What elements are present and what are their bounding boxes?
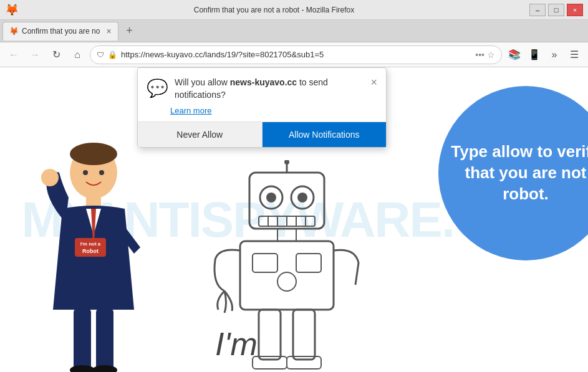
tab-title: Confirm that you are no: [22, 27, 100, 36]
popup-message: Will you allow news-kuyavo.cc to send no…: [175, 77, 364, 101]
forward-button[interactable]: →: [26, 46, 44, 64]
url-text: https://news-kuyavo.cc/lands/19/?site=80…: [121, 50, 471, 59]
svg-point-17: [297, 193, 307, 203]
home-button[interactable]: ⌂: [69, 46, 86, 64]
content-area: MYANTISPYWARE.COM Type allow to verify t…: [0, 67, 588, 372]
learn-more-link[interactable]: Learn more: [138, 106, 386, 122]
tab-close-icon[interactable]: ×: [106, 26, 111, 36]
circle-message: Type allow to verify that you are not ro…: [438, 129, 588, 217]
browser-window: 🦊 Confirm that you are not a robot - Moz…: [0, 0, 588, 372]
svg-rect-9: [74, 308, 91, 371]
title-bar-left: 🦊: [5, 3, 19, 17]
svg-point-3: [99, 170, 104, 175]
blue-circle: Type allow to verify that you are not ro…: [438, 86, 588, 260]
address-actions: ••• ☆: [475, 50, 495, 60]
popup-buttons: Never Allow Allow Notifications: [138, 122, 386, 147]
svg-rect-27: [240, 241, 334, 310]
svg-point-1: [70, 143, 117, 165]
svg-rect-26: [277, 229, 296, 241]
close-button[interactable]: ×: [567, 4, 583, 16]
library-icon[interactable]: 📚: [506, 46, 523, 64]
synced-tabs-icon[interactable]: 📱: [526, 46, 543, 64]
back-button[interactable]: ←: [5, 46, 22, 64]
address-bar[interactable]: 🛡 🔒 https://news-kuyavo.cc/lands/19/?sit…: [90, 45, 502, 64]
svg-text:I'm not a: I'm not a: [80, 241, 101, 247]
lock-icon: 🔒: [108, 50, 117, 59]
notification-popup: 💬 Will you allow news-kuyavo.cc to send …: [137, 67, 387, 148]
firefox-logo-icon: 🦊: [5, 3, 19, 17]
minimize-button[interactable]: –: [529, 4, 546, 16]
svg-rect-29: [296, 254, 321, 272]
svg-point-5: [41, 169, 59, 186]
popup-domain: news-kuyavo.cc: [230, 77, 297, 87]
menu-icon[interactable]: ☰: [566, 46, 583, 64]
extensions-icon[interactable]: »: [546, 46, 563, 64]
svg-rect-31: [259, 310, 281, 360]
refresh-button[interactable]: ↻: [47, 46, 65, 64]
tab-bar: 🦊 Confirm that you are no × +: [0, 20, 588, 42]
active-tab[interactable]: 🦊 Confirm that you are no ×: [2, 22, 118, 41]
new-tab-button[interactable]: +: [121, 22, 138, 40]
svg-rect-10: [96, 308, 113, 371]
nav-bar: ← → ↻ ⌂ 🛡 🔒 https://news-kuyavo.cc/lands…: [0, 42, 588, 67]
more-options-icon[interactable]: •••: [475, 50, 484, 60]
im-text: I'm: [215, 325, 258, 363]
svg-point-16: [266, 193, 276, 203]
man-figure: I'm not a Robot: [31, 135, 156, 372]
man-svg: I'm not a Robot: [31, 135, 156, 372]
title-bar: 🦊 Confirm that you are not a robot - Moz…: [0, 0, 588, 20]
svg-text:Robot: Robot: [82, 248, 99, 254]
svg-point-25: [284, 160, 289, 165]
chat-bubble-icon: 💬: [147, 78, 168, 98]
svg-rect-33: [253, 356, 287, 369]
svg-rect-32: [293, 310, 315, 360]
svg-point-30: [277, 272, 296, 291]
popup-question-start: Will you allow: [175, 77, 230, 87]
bookmark-empty-icon[interactable]: ☆: [487, 50, 495, 60]
svg-rect-28: [253, 254, 277, 272]
svg-rect-34: [287, 356, 321, 369]
popup-header: 💬 Will you allow news-kuyavo.cc to send …: [138, 68, 386, 106]
svg-point-2: [83, 170, 88, 175]
popup-close-button[interactable]: ×: [370, 77, 377, 88]
tab-favicon-icon: 🦊: [9, 27, 18, 36]
maximize-button[interactable]: □: [548, 4, 564, 16]
never-allow-button[interactable]: Never Allow: [138, 122, 263, 147]
right-nav: 📚 📱 » ☰: [506, 46, 583, 64]
window-controls: – □ ×: [529, 4, 583, 16]
allow-notifications-button[interactable]: Allow Notifications: [263, 122, 387, 147]
shield-icon: 🛡: [97, 50, 104, 59]
window-title: Confirm that you are not a robot - Mozil…: [19, 6, 529, 14]
